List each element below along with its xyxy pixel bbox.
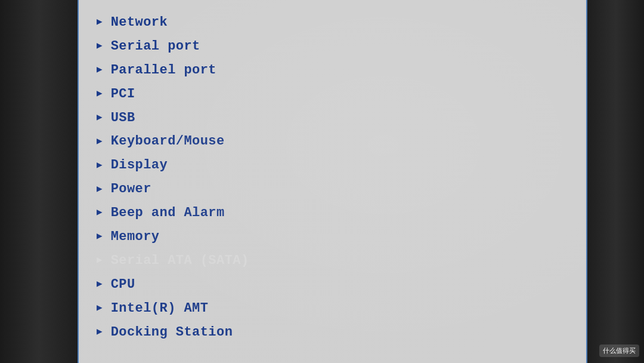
menu-arrow-icon: ▶ bbox=[97, 39, 103, 53]
menu-item-label: Memory bbox=[111, 227, 160, 247]
menu-item-label: Keyboard/Mouse bbox=[111, 132, 225, 151]
menu-arrow-icon: ▶ bbox=[97, 159, 103, 173]
menu-arrow-icon: ▶ bbox=[97, 254, 103, 267]
menu-item-label: Serial ATA (SATA) bbox=[111, 251, 249, 270]
left-bezel bbox=[0, 0, 78, 363]
menu-item-cpu[interactable]: ▶CPU bbox=[79, 273, 586, 297]
menu-arrow-icon: ▶ bbox=[97, 230, 103, 244]
menu-item-pci[interactable]: ▶PCI bbox=[79, 82, 586, 106]
menu-item-label: Network bbox=[111, 13, 168, 32]
right-bezel: 什么值得买 bbox=[587, 0, 644, 363]
menu-item-network[interactable]: ▶Network bbox=[79, 11, 586, 35]
menu-item-serial-ata---sata-[interactable]: ▶Serial ATA (SATA) bbox=[79, 249, 586, 273]
menu-arrow-icon: ▶ bbox=[97, 111, 103, 125]
menu-item-display[interactable]: ▶Display bbox=[79, 153, 586, 177]
menu-item-docking-station[interactable]: ▶Docking Station bbox=[79, 321, 586, 344]
menu-item-keyboard-mouse[interactable]: ▶Keyboard/Mouse bbox=[79, 130, 586, 153]
menu-item-memory[interactable]: ▶Memory bbox=[79, 225, 586, 249]
menu-arrow-icon: ▶ bbox=[97, 325, 103, 339]
menu-item-label: USB bbox=[111, 109, 135, 128]
menu-item-label: Serial port bbox=[111, 37, 200, 56]
menu-item-usb[interactable]: ▶USB bbox=[79, 106, 586, 130]
menu-arrow-icon: ▶ bbox=[97, 302, 103, 315]
menu-item-beep-and-alarm[interactable]: ▶Beep and Alarm bbox=[79, 201, 586, 225]
menu-item-label: CPU bbox=[111, 275, 135, 294]
menu-arrow-icon: ▶ bbox=[97, 87, 103, 101]
screen-container: ▶Network▶Serial port▶Parallel port▶PCI▶U… bbox=[0, 0, 644, 363]
menu-item-power[interactable]: ▶Power bbox=[79, 177, 586, 201]
menu-item-intel-r---amt[interactable]: ▶Intel(R) AMT bbox=[79, 297, 586, 321]
menu-item-label: Display bbox=[111, 156, 168, 175]
menu-item-label: Parallel port bbox=[111, 61, 216, 80]
menu-arrow-icon: ▶ bbox=[97, 63, 103, 77]
menu-item-label: Intel(R) AMT bbox=[111, 299, 209, 318]
menu-arrow-icon: ▶ bbox=[97, 183, 103, 196]
bios-screen: ▶Network▶Serial port▶Parallel port▶PCI▶U… bbox=[78, 0, 587, 363]
menu-item-label: Beep and Alarm bbox=[111, 204, 225, 223]
menu-arrow-icon: ▶ bbox=[97, 135, 103, 149]
menu-item-label: PCI bbox=[111, 85, 135, 104]
menu-item-parallel-port[interactable]: ▶Parallel port bbox=[79, 59, 586, 82]
menu-item-serial-port[interactable]: ▶Serial port bbox=[79, 35, 586, 59]
menu-arrow-icon: ▶ bbox=[97, 206, 103, 220]
watermark-label: 什么值得买 bbox=[599, 344, 639, 357]
bios-menu-list: ▶Network▶Serial port▶Parallel port▶PCI▶U… bbox=[79, 11, 586, 344]
menu-item-label: Docking Station bbox=[111, 323, 233, 342]
menu-arrow-icon: ▶ bbox=[97, 278, 103, 291]
menu-item-label: Power bbox=[111, 180, 151, 199]
menu-arrow-icon: ▶ bbox=[97, 16, 103, 29]
